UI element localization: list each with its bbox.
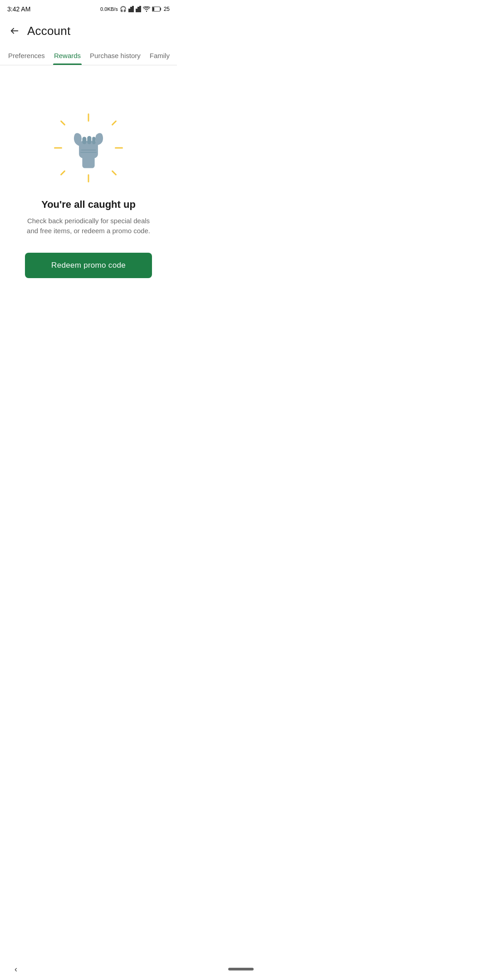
ray-left [54, 147, 62, 148]
tab-preferences[interactable]: Preferences [4, 45, 49, 65]
redeem-promo-button[interactable]: Redeem promo code [25, 253, 152, 278]
shaka-hand-icon [68, 125, 109, 171]
svg-rect-12 [92, 137, 95, 144]
ray-right [115, 147, 123, 148]
svg-rect-7 [152, 7, 154, 11]
wifi-icon [143, 6, 150, 12]
rewards-illustration [52, 112, 125, 184]
network-speed: 0.0KB/s [100, 6, 118, 12]
main-content: You're all caught up Check back periodic… [0, 65, 177, 315]
signal-icon-2 [136, 6, 141, 12]
svg-rect-10 [82, 137, 86, 144]
battery-icon [152, 6, 162, 12]
caught-up-title: You're all caught up [41, 199, 136, 211]
tab-family[interactable]: Family [145, 45, 174, 65]
ray-bl [60, 170, 65, 175]
header: Account [0, 16, 177, 45]
svg-marker-4 [137, 7, 139, 12]
ray-top [88, 113, 89, 122]
headset-icon: 🎧 [120, 6, 127, 12]
svg-marker-2 [132, 6, 134, 12]
caught-up-description: Check back periodically for special deal… [25, 216, 152, 236]
status-time: 3:42 AM [7, 5, 30, 13]
tab-rewards[interactable]: Rewards [49, 45, 85, 65]
page-title: Account [27, 24, 70, 38]
tabs-bar: Preferences Rewards Purchase history Fam… [0, 45, 177, 65]
back-button[interactable] [5, 22, 24, 40]
ray-bottom [88, 174, 89, 182]
signal-icon-1 [128, 6, 134, 12]
svg-marker-3 [136, 9, 137, 12]
ray-br [111, 170, 117, 175]
svg-marker-5 [139, 6, 141, 12]
tab-purchase-history[interactable]: Purchase history [85, 45, 145, 65]
ray-tl [60, 120, 65, 125]
status-icons: 0.0KB/s 🎧 25 [100, 6, 170, 12]
svg-marker-1 [130, 7, 132, 12]
battery-level: 25 [164, 6, 170, 12]
ray-tr [111, 120, 117, 125]
svg-marker-0 [128, 9, 130, 12]
svg-rect-11 [87, 136, 91, 144]
status-bar: 3:42 AM 0.0KB/s 🎧 25 [0, 0, 177, 16]
